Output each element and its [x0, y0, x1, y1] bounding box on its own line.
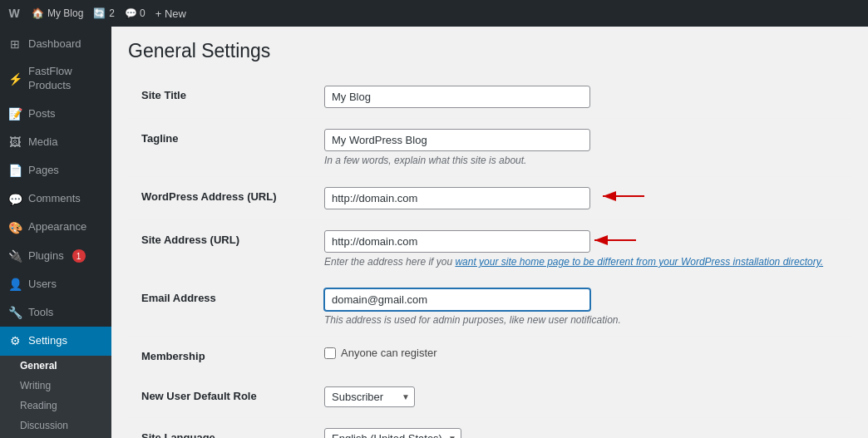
updates-link[interactable]: 🔄 2 — [93, 7, 115, 19]
wp-logo-icon: W — [7, 6, 22, 21]
sidebar-item-settings[interactable]: ⚙ Settings — [0, 327, 111, 355]
submenu-writing-label: Writing — [20, 380, 51, 391]
sidebar-item-pages[interactable]: 📄 Pages — [0, 156, 111, 185]
tagline-cell: In a few words, explain what this site i… — [311, 119, 851, 177]
submenu-media[interactable]: Media — [0, 436, 111, 438]
users-icon: 👤 — [8, 277, 22, 292]
new-label: + New — [155, 7, 186, 20]
sidebar: ⊞ Dashboard ⚡ FastFlow Products 📝 Posts … — [0, 27, 111, 438]
membership-checkbox-row: Anyone can register — [324, 347, 838, 359]
comments-count: 0 — [140, 7, 145, 19]
sidebar-label-pages: Pages — [28, 164, 59, 178]
membership-cell: Anyone can register — [311, 337, 851, 376]
submenu-discussion[interactable]: Discussion — [0, 416, 111, 436]
email-input[interactable] — [324, 288, 590, 311]
settings-icon: ⚙ — [8, 333, 22, 348]
membership-label: Membership — [128, 337, 311, 376]
comments-sidebar-icon: 💬 — [8, 192, 22, 207]
email-label: Email Address — [128, 278, 311, 337]
updates-icon: 🔄 — [93, 7, 106, 19]
sidebar-label-plugins: Plugins — [28, 249, 64, 263]
sidebar-label-media: Media — [28, 135, 57, 150]
sidebar-item-comments[interactable]: 💬 Comments — [0, 185, 111, 214]
membership-checkbox-label: Anyone can register — [341, 347, 437, 359]
settings-form-table: Site Title Tagline In a few words, expla… — [128, 76, 851, 438]
submenu-reading[interactable]: Reading — [0, 396, 111, 416]
sidebar-item-tools[interactable]: 🔧 Tools — [0, 298, 111, 327]
site-address-desc-prefix: Enter the address here if you — [324, 256, 455, 268]
appearance-icon: 🎨 — [8, 220, 22, 235]
site-address-link[interactable]: want your site home page to be different… — [455, 256, 823, 268]
comment-icon: 💬 — [125, 7, 137, 19]
site-address-input[interactable] — [324, 230, 590, 253]
default-role-select[interactable]: Subscriber Contributor Author Editor Adm… — [324, 386, 415, 407]
sidebar-item-users[interactable]: 👤 Users — [0, 270, 111, 298]
wp-address-input[interactable] — [324, 187, 590, 209]
plugins-badge: 1 — [72, 249, 86, 263]
sidebar-label-tools: Tools — [28, 306, 53, 320]
site-language-cell: English (United States) Deutsch Español … — [311, 418, 851, 439]
membership-row: Membership Anyone can register — [128, 337, 851, 376]
sidebar-item-appearance[interactable]: 🎨 Appearance — [0, 214, 111, 242]
wp-address-row: WordPress Address (URL) — [128, 177, 851, 220]
email-desc: This address is used for admin purposes,… — [324, 314, 838, 326]
default-role-label: New User Default Role — [128, 376, 311, 418]
sidebar-label-users: Users — [28, 278, 57, 292]
site-address-arrow — [590, 232, 640, 251]
default-role-select-wrapper: Subscriber Contributor Author Editor Adm… — [324, 386, 415, 407]
admin-bar: W 🏠 My Blog 🔄 2 💬 0 + New — [0, 0, 868, 27]
home-icon: 🏠 — [32, 7, 44, 19]
comments-link[interactable]: 💬 0 — [125, 7, 145, 19]
site-language-select[interactable]: English (United States) Deutsch Español … — [324, 428, 461, 438]
sidebar-item-posts[interactable]: 📝 Posts — [0, 100, 111, 128]
site-language-select-wrapper: English (United States) Deutsch Español … — [324, 428, 461, 438]
site-title-input[interactable] — [324, 86, 590, 108]
email-row: Email Address This address is used for a… — [128, 278, 851, 337]
wp-logo[interactable]: W — [7, 6, 22, 21]
wp-address-label: WordPress Address (URL) — [128, 177, 311, 220]
dashboard-icon: ⊞ — [8, 37, 22, 52]
site-title-cell — [311, 76, 851, 119]
fastflow-icon: ⚡ — [8, 71, 22, 86]
submenu-general[interactable]: General — [0, 356, 111, 376]
tagline-label: Tagline — [128, 119, 311, 177]
sidebar-label-comments: Comments — [28, 192, 81, 206]
site-language-row: Site Language English (United States) De… — [128, 418, 851, 439]
site-name-label: My Blog — [47, 7, 83, 19]
submenu-discussion-label: Discussion — [20, 420, 68, 431]
plugins-icon: 🔌 — [8, 249, 22, 263]
posts-icon: 📝 — [8, 106, 22, 121]
layout: ⊞ Dashboard ⚡ FastFlow Products 📝 Posts … — [0, 27, 868, 438]
membership-checkbox[interactable] — [324, 347, 336, 359]
new-content-button[interactable]: + New — [155, 7, 186, 20]
sidebar-label-settings: Settings — [28, 334, 67, 348]
submenu-writing[interactable]: Writing — [0, 376, 111, 396]
site-address-cell: Enter the address here if you want your … — [311, 220, 851, 278]
sidebar-item-fastflow[interactable]: ⚡ FastFlow Products — [0, 58, 111, 100]
submenu-general-label: General — [20, 360, 57, 372]
site-name-link[interactable]: 🏠 My Blog — [32, 7, 83, 19]
default-role-cell: Subscriber Contributor Author Editor Adm… — [311, 376, 851, 418]
settings-submenu: General Writing Reading Discussion Media… — [0, 356, 111, 438]
sidebar-item-media[interactable]: 🖼 Media — [0, 128, 111, 156]
media-icon: 🖼 — [8, 135, 22, 150]
sidebar-label-posts: Posts — [28, 107, 56, 121]
sidebar-label-fastflow: FastFlow Products — [28, 65, 103, 93]
tools-icon: 🔧 — [8, 305, 22, 320]
update-count: 2 — [109, 7, 115, 19]
site-title-label: Site Title — [128, 76, 311, 119]
sidebar-label-appearance: Appearance — [28, 220, 86, 234]
site-title-row: Site Title — [128, 76, 851, 119]
sidebar-item-dashboard[interactable]: ⊞ Dashboard — [0, 30, 111, 58]
site-language-label: Site Language — [128, 418, 311, 439]
site-address-desc: Enter the address here if you want your … — [324, 256, 838, 268]
site-address-label: Site Address (URL) — [128, 220, 311, 278]
email-cell: This address is used for admin purposes,… — [311, 278, 851, 337]
tagline-input[interactable] — [324, 129, 590, 151]
wp-address-arrow — [599, 188, 649, 209]
main-content: General Settings Site Title Tagline In a… — [111, 27, 868, 438]
site-address-row: Site Address (URL) — [128, 220, 851, 278]
sidebar-item-plugins[interactable]: 🔌 Plugins 1 — [0, 242, 111, 270]
submenu-reading-label: Reading — [20, 400, 57, 411]
wp-address-cell — [311, 177, 851, 219]
